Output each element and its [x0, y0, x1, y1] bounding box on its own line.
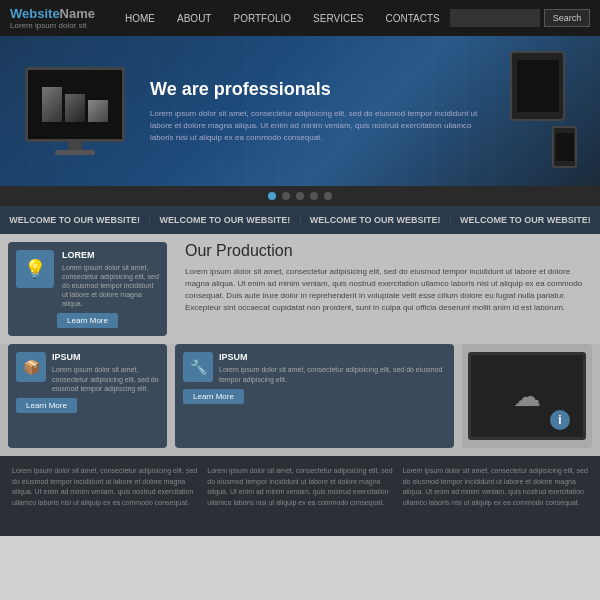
feature-desc-lorem: Lorem ipsum dolor sit amet, consectetur …	[62, 263, 159, 308]
monitor-base	[55, 150, 95, 155]
search-area: Search	[450, 9, 591, 27]
feature-card-top: 💡 LOREM Lorem ipsum dolor sit amet, cons…	[16, 250, 159, 308]
tablet-device	[510, 51, 565, 121]
bottom-feature-title-1: IPSUM	[52, 352, 159, 362]
main-content-row1: 💡 LOREM Lorem ipsum dolor sit amet, cons…	[0, 234, 600, 344]
feature-icon-box: 📦	[16, 352, 46, 382]
hero-section: We are professionals Lorem ipsum dolor s…	[0, 36, 600, 186]
logo-area: WebsiteName Lorem ipsum dolor sit	[10, 6, 95, 30]
main-content-row2: 📦 IPSUM Lorem ipsum dolor sit amet, cons…	[0, 344, 600, 456]
hero-title: We are professionals	[150, 79, 490, 100]
monitor-screen	[25, 67, 125, 142]
tablet-screen	[517, 60, 559, 112]
bottom-feature-desc-2: Lorem ipsum dolor sit amet, consectetur …	[219, 365, 446, 383]
monitor-stand	[68, 142, 82, 150]
cloud-icon: ☁	[513, 380, 541, 413]
navbar: WebsiteName Lorem ipsum dolor sit HOME A…	[0, 0, 600, 36]
bottom-feature-title-2: IPSUM	[219, 352, 446, 362]
box-icon-1	[42, 87, 62, 122]
hero-dots	[0, 186, 600, 206]
phone-device	[552, 126, 577, 168]
search-input[interactable]	[450, 9, 540, 27]
production-title: Our Production	[185, 242, 590, 260]
search-button[interactable]: Search	[544, 9, 591, 27]
info-panel: ☁ i	[462, 344, 592, 448]
monitor-boxes	[42, 87, 108, 122]
bottom-feature-text-1: IPSUM Lorem ipsum dolor sit amet, consec…	[52, 352, 159, 392]
feature-icon-tools: 🔧	[183, 352, 213, 382]
learn-more-button-2[interactable]: Learn More	[16, 398, 77, 413]
logo-part2: Name	[60, 6, 95, 21]
box-icon-2	[65, 94, 85, 122]
bottom-card-top-1: 📦 IPSUM Lorem ipsum dolor sit amet, cons…	[16, 352, 159, 392]
feature-icon-bulb: 💡	[16, 250, 54, 288]
nav-contacts[interactable]: CONTACTS	[375, 9, 449, 28]
bottom-card-ipsum-2: 🔧 IPSUM Lorem ipsum dolor sit amet, cons…	[175, 344, 454, 448]
info-screen: ☁	[468, 352, 586, 440]
left-feature-panel: 💡 LOREM Lorem ipsum dolor sit amet, cons…	[0, 234, 175, 344]
nav-about[interactable]: ABOUT	[167, 9, 221, 28]
feature-text-area: LOREM Lorem ipsum dolor sit amet, consec…	[62, 250, 159, 308]
hero-description: Lorem ipsum dolor sit amet, consectetur …	[150, 108, 490, 144]
dot-2[interactable]	[282, 192, 290, 200]
bottom-feature-desc-1: Lorem ipsum dolor sit amet, consectetur …	[52, 365, 159, 392]
hero-devices	[505, 46, 585, 176]
nav-portfolio[interactable]: PORTFOLIO	[223, 9, 301, 28]
dot-4[interactable]	[310, 192, 318, 200]
footer: Lorem ipsum dolor sit amet, consectetur …	[0, 456, 600, 536]
bottom-card-top-2: 🔧 IPSUM Lorem ipsum dolor sit amet, cons…	[183, 352, 446, 383]
phone-screen	[556, 133, 574, 161]
hero-text: We are professionals Lorem ipsum dolor s…	[135, 79, 505, 144]
info-panel-container: ☁ i	[462, 344, 600, 456]
dot-1[interactable]	[268, 192, 276, 200]
hero-monitor	[15, 67, 135, 155]
production-panel: Our Production Lorem ipsum dolor sit ame…	[175, 234, 600, 344]
bottom-card-ipsum-1: 📦 IPSUM Lorem ipsum dolor sit amet, cons…	[8, 344, 167, 448]
feature-card-lorem: 💡 LOREM Lorem ipsum dolor sit amet, cons…	[8, 242, 167, 336]
nav-services[interactable]: SERVICES	[303, 9, 373, 28]
box-icon-3	[88, 100, 108, 122]
production-description: Lorem ipsum dolor sit amet, consectetur …	[185, 266, 590, 314]
logo-name: WebsiteName	[10, 6, 95, 21]
footer-col-3: Lorem ipsum dolor sit amet, consectetur …	[403, 466, 588, 526]
dot-5[interactable]	[324, 192, 332, 200]
learn-more-button-3[interactable]: Learn More	[183, 389, 244, 404]
bottom-feature-text-2: IPSUM Lorem ipsum dolor sit amet, consec…	[219, 352, 446, 383]
welcome-banner: WELCOME TO OUR WEBSITE! WELCOME TO OUR W…	[0, 206, 600, 234]
footer-col-1: Lorem ipsum dolor sit amet, consectetur …	[12, 466, 197, 526]
bottom-cards-container: 📦 IPSUM Lorem ipsum dolor sit amet, cons…	[8, 344, 167, 448]
learn-more-button-1[interactable]: Learn More	[57, 313, 118, 328]
feature-title-lorem: LOREM	[62, 250, 159, 260]
welcome-item-2: WELCOME TO OUR WEBSITE!	[150, 215, 300, 225]
logo-part1: Website	[10, 6, 60, 21]
logo-sub: Lorem ipsum dolor sit	[10, 21, 95, 30]
welcome-item-3: WELCOME TO OUR WEBSITE!	[301, 215, 451, 225]
dot-3[interactable]	[296, 192, 304, 200]
nav-home[interactable]: HOME	[115, 9, 165, 28]
footer-col-2: Lorem ipsum dolor sit amet, consectetur …	[207, 466, 392, 526]
nav-links: HOME ABOUT PORTFOLIO SERVICES CONTACTS	[115, 9, 450, 28]
welcome-item-1: WELCOME TO OUR WEBSITE!	[0, 215, 150, 225]
bottom-center-panel: 🔧 IPSUM Lorem ipsum dolor sit amet, cons…	[175, 344, 462, 456]
bottom-feature-panel: 📦 IPSUM Lorem ipsum dolor sit amet, cons…	[0, 344, 175, 456]
welcome-item-4: WELCOME TO OUR WEBSITE!	[451, 215, 600, 225]
